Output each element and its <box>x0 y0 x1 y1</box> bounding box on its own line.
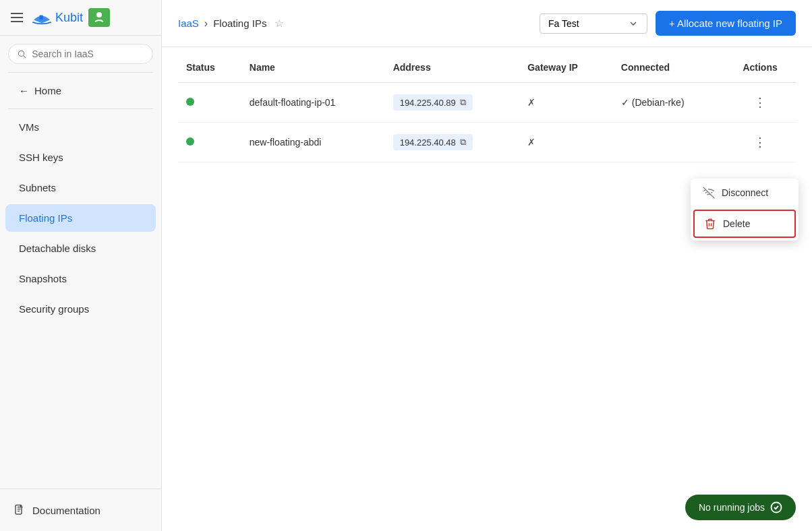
home-label: Home <box>34 85 61 96</box>
topbar-right: Fa Test + Allocate new floating IP <box>540 11 796 36</box>
search-input[interactable] <box>32 49 144 59</box>
row1-address: 194.225.40.89 ⧉ <box>385 83 520 123</box>
kubit-logo: Kubit <box>31 9 83 26</box>
table-header-row: Status Name Address Gateway IP Connected… <box>178 53 796 83</box>
breadcrumb-root[interactable]: IaaS <box>178 18 199 29</box>
divider-top <box>8 72 153 73</box>
tenant-selector[interactable]: Fa Test <box>540 13 647 34</box>
ip-address-row1: 194.225.40.89 <box>400 98 456 108</box>
ssh-keys-label: SSH keys <box>19 152 63 163</box>
sidebar-item-snapshots[interactable]: Snapshots <box>5 265 156 292</box>
boat-icon <box>31 9 53 26</box>
svg-line-2 <box>24 56 26 58</box>
gateway-x-row2: ✗ <box>527 137 535 148</box>
sidebar-item-vms[interactable]: VMs <box>5 113 156 141</box>
sidebar-item-ssh-keys[interactable]: SSH keys <box>5 144 156 171</box>
row1-actions: ⋮ <box>724 83 796 123</box>
svg-point-0 <box>96 12 102 18</box>
actions-dropdown-menu: Disconnect Delete <box>691 179 799 241</box>
row2-connected <box>613 123 724 162</box>
topbar: IaaS › Floating IPs ☆ Fa Test + Allocate… <box>162 0 812 47</box>
connected-name-row1: (Debian-rke) <box>632 97 685 108</box>
hamburger-menu-icon[interactable] <box>11 13 23 22</box>
col-gateway-ip: Gateway IP <box>519 53 613 83</box>
col-connected: Connected <box>613 53 724 83</box>
disconnect-icon <box>703 187 715 199</box>
svg-point-1 <box>18 51 24 56</box>
back-arrow-icon: ← <box>19 85 29 96</box>
delete-menu-item[interactable]: Delete <box>693 210 796 238</box>
sidebar-item-detachable-disks[interactable]: Detachable disks <box>5 235 156 262</box>
sidebar-item-floating-ips[interactable]: Floating IPs <box>5 204 156 232</box>
more-actions-btn-row1[interactable]: ⋮ <box>749 92 772 113</box>
floating-ips-label: Floating IPs <box>19 212 72 224</box>
documentation-item[interactable]: Documentation <box>5 497 156 523</box>
row2-actions: ⋮ <box>724 123 796 162</box>
secondary-logo <box>88 8 110 27</box>
favorite-star-icon[interactable]: ☆ <box>274 17 284 30</box>
main-content: IaaS › Floating IPs ☆ Fa Test + Allocate… <box>162 0 812 531</box>
table-row: default-floating-ip-01 194.225.40.89 ⧉ ✗ <box>178 83 796 123</box>
security-groups-label: Security groups <box>19 303 89 315</box>
tenant-name: Fa Test <box>548 18 579 29</box>
breadcrumb-current: Floating IPs <box>213 18 266 29</box>
col-address: Address <box>385 53 520 83</box>
sidebar-item-home[interactable]: ← Home <box>5 77 156 104</box>
check-mark-row1: ✓ <box>621 97 629 108</box>
search-icon <box>17 49 26 59</box>
disconnect-menu-item[interactable]: Disconnect <box>691 179 799 207</box>
secondary-logo-icon <box>92 11 106 24</box>
vms-label: VMs <box>19 121 39 133</box>
status-dot-green-row2 <box>186 137 194 146</box>
sidebar: Kubit ← Home VMs SSH keys Subnets Floati… <box>0 0 162 531</box>
status-dot-green <box>186 98 194 106</box>
copy-icon-row1[interactable]: ⧉ <box>460 97 466 108</box>
gateway-x-row1: ✗ <box>527 97 535 108</box>
ip-address-row2: 194.225.40.48 <box>400 137 456 148</box>
no-running-jobs-badge[interactable]: No running jobs <box>685 495 796 520</box>
sidebar-header: Kubit <box>0 0 161 36</box>
sidebar-item-subnets[interactable]: Subnets <box>5 174 156 201</box>
logo-area: Kubit <box>31 8 110 27</box>
row2-address: 194.225.40.48 ⧉ <box>385 123 520 162</box>
chevron-down-icon <box>628 18 639 29</box>
content-area: Status Name Address Gateway IP Connected… <box>162 47 812 531</box>
sidebar-item-security-groups[interactable]: Security groups <box>5 295 156 323</box>
col-name: Name <box>241 53 385 83</box>
col-actions: Actions <box>724 53 796 83</box>
sidebar-bottom: Documentation <box>0 489 161 531</box>
kubit-logo-text: Kubit <box>55 11 83 25</box>
ip-badge-row2: 194.225.40.48 ⧉ <box>393 134 473 150</box>
col-status: Status <box>178 53 241 83</box>
divider-home <box>8 108 153 109</box>
row2-status <box>178 123 241 162</box>
breadcrumb-separator: › <box>204 18 208 30</box>
search-box[interactable] <box>8 44 153 64</box>
row1-gateway: ✗ <box>519 83 613 123</box>
ip-badge-row1: 194.225.40.89 ⧉ <box>393 94 473 111</box>
row2-gateway: ✗ <box>519 123 613 162</box>
check-circle-icon <box>770 501 782 513</box>
bottom-status-bar: No running jobs <box>685 495 796 520</box>
breadcrumb: IaaS › Floating IPs ☆ <box>178 17 284 30</box>
row2-name: new-floating-abdi <box>241 123 385 162</box>
disconnect-label: Disconnect <box>722 187 768 198</box>
table-row: new-floating-abdi 194.225.40.48 ⧉ ✗ <box>178 123 796 162</box>
copy-icon-row2[interactable]: ⧉ <box>460 137 466 148</box>
subnets-label: Subnets <box>19 182 56 193</box>
no-jobs-label: No running jobs <box>699 502 765 513</box>
detachable-disks-label: Detachable disks <box>19 243 96 254</box>
allocate-btn[interactable]: + Allocate new floating IP <box>656 11 796 36</box>
documentation-label: Documentation <box>32 505 100 516</box>
floating-ips-table: Status Name Address Gateway IP Connected… <box>178 53 796 162</box>
connected-val-row1: ✓ (Debian-rke) <box>621 97 716 108</box>
snapshots-label: Snapshots <box>19 273 67 284</box>
row1-connected: ✓ (Debian-rke) <box>613 83 724 123</box>
row1-status <box>178 83 241 123</box>
trash-icon <box>704 218 716 230</box>
document-icon <box>13 504 26 516</box>
delete-label: Delete <box>723 218 750 229</box>
more-actions-btn-row2[interactable]: ⋮ <box>749 132 772 152</box>
row1-name: default-floating-ip-01 <box>241 83 385 123</box>
